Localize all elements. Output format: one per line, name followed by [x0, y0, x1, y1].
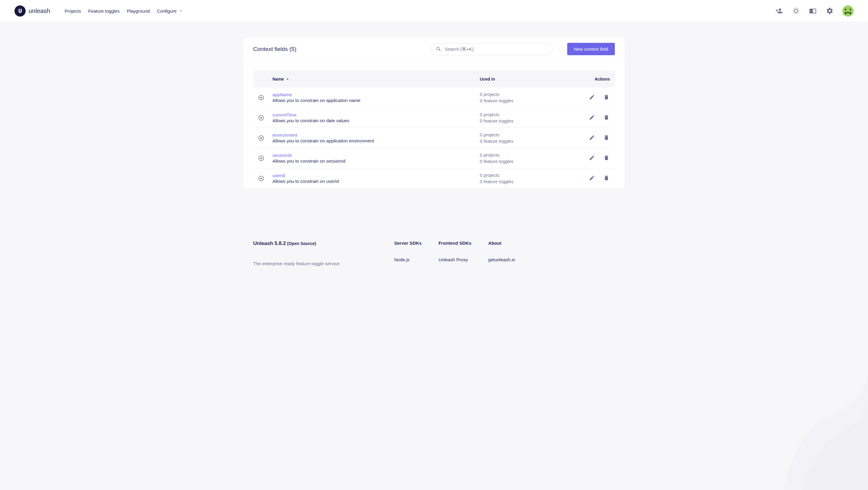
table-row: sessionId Allows you to constrain on ses… — [253, 148, 615, 168]
svg-point-7 — [260, 96, 262, 98]
delete-button[interactable] — [603, 154, 610, 162]
logo-text: unleash — [29, 7, 50, 15]
used-projects: 0 projects — [480, 172, 570, 178]
radio-icon — [258, 155, 264, 162]
row-name-cell: currentTime Allows you to constrain on d… — [273, 112, 480, 123]
nav-projects[interactable]: Projects — [64, 6, 81, 16]
logo-mark — [14, 5, 26, 17]
context-field-link[interactable]: environment — [273, 133, 480, 138]
avatar-icon — [842, 5, 854, 17]
trash-icon — [603, 114, 610, 120]
delete-button[interactable] — [603, 94, 610, 101]
unleash-logo-icon — [17, 8, 23, 14]
pencil-icon — [589, 175, 595, 181]
edit-button[interactable] — [588, 114, 595, 121]
used-toggles: 0 feature toggles — [480, 158, 570, 165]
invite-user-button[interactable] — [775, 7, 783, 15]
used-projects: 0 projects — [480, 111, 570, 118]
nav-configure-label: Configure — [157, 8, 177, 13]
pencil-icon — [589, 114, 595, 120]
gear-icon — [826, 7, 833, 15]
edit-button[interactable] — [588, 154, 595, 162]
table-row: userId Allows you to constrain on userId… — [253, 168, 615, 189]
used-projects: 0 projects — [480, 152, 570, 158]
radio-icon — [258, 115, 264, 121]
footer-link-unleash-proxy[interactable]: Unleash Proxy — [438, 257, 471, 262]
card-header: Context fields (5) New context field — [244, 38, 624, 61]
row-status-icon — [258, 115, 273, 121]
svg-rect-0 — [842, 5, 854, 17]
delete-button[interactable] — [603, 134, 610, 142]
logo[interactable]: unleash — [14, 5, 50, 17]
row-actions — [570, 94, 610, 101]
delete-button[interactable] — [603, 114, 610, 121]
table-row: appName Allows you to constrain on appli… — [253, 87, 615, 108]
used-toggles: 0 feature toggles — [480, 178, 570, 185]
page-title: Context fields (5) — [253, 46, 297, 53]
edit-button[interactable] — [588, 94, 595, 101]
trash-icon — [603, 175, 610, 181]
row-used-in-cell: 0 projects 0 feature toggles — [480, 111, 570, 124]
delete-button[interactable] — [603, 175, 610, 182]
row-name-cell: sessionId Allows you to constrain on ses… — [273, 153, 480, 164]
radio-icon — [258, 135, 264, 141]
user-avatar[interactable] — [842, 5, 854, 17]
svg-rect-5 — [850, 13, 851, 15]
footer: Unleash 5.8.2 (Open Source) The enterpri… — [244, 222, 624, 266]
edit-button[interactable] — [588, 175, 595, 182]
trash-icon — [603, 135, 610, 141]
chevron-down-icon — [179, 8, 183, 13]
context-fields-card: Context fields (5) New context field Nam… — [244, 38, 624, 189]
footer-col-title: About — [488, 240, 515, 246]
row-name-cell: userId Allows you to constrain on userId — [273, 173, 480, 184]
context-field-description: Allows you to constrain on sessionId — [273, 158, 480, 164]
page-content: Context fields (5) New context field Nam… — [244, 38, 624, 207]
used-projects: 0 projects — [480, 91, 570, 97]
context-field-link[interactable]: currentTime — [273, 112, 480, 117]
context-field-link[interactable]: appName — [273, 92, 480, 97]
radio-icon — [258, 94, 264, 101]
edit-button[interactable] — [588, 134, 595, 142]
radio-icon — [258, 175, 264, 182]
footer-col-title: Frontend SDKs — [438, 240, 471, 246]
nav-configure[interactable]: Configure — [157, 6, 183, 16]
context-field-link[interactable]: userId — [273, 173, 480, 178]
table-header: Name Used in Actions — [253, 70, 615, 87]
row-used-in-cell: 0 projects 0 feature toggles — [480, 91, 570, 104]
svg-rect-2 — [849, 9, 851, 10]
footer-columns: Server SDKs Node.js Frontend SDKs Unleas… — [394, 240, 515, 266]
footer-edition: (Open Source) — [287, 241, 316, 246]
main-nav: Projects Feature toggles Playground Conf… — [64, 6, 183, 16]
footer-tagline: The enterprise ready feature toggle serv… — [253, 261, 394, 266]
pencil-icon — [589, 94, 595, 100]
footer-col-about: About getunleash.io — [488, 240, 515, 266]
footer-link-getunleash[interactable]: getunleash.io — [488, 257, 515, 262]
context-field-description: Allows you to constrain on application n… — [273, 98, 480, 103]
row-name-cell: environment Allows you to constrain on a… — [273, 133, 480, 143]
settings-button[interactable] — [826, 7, 834, 15]
row-status-icon — [258, 94, 273, 101]
theme-toggle-button[interactable] — [792, 7, 800, 15]
nav-playground[interactable]: Playground — [127, 6, 150, 16]
row-used-in-cell: 0 projects 0 feature toggles — [480, 132, 570, 144]
svg-point-9 — [260, 117, 262, 118]
nav-feature-toggles[interactable]: Feature toggles — [88, 6, 120, 16]
context-field-link[interactable]: sessionId — [273, 153, 480, 158]
column-name-label: Name — [273, 77, 284, 82]
new-context-field-button[interactable]: New context field — [567, 43, 615, 55]
trash-icon — [603, 94, 610, 100]
search-input[interactable] — [431, 43, 553, 55]
svg-point-13 — [260, 157, 262, 159]
column-name-sort[interactable]: Name — [273, 77, 480, 82]
used-toggles: 0 feature toggles — [480, 118, 570, 124]
row-status-icon — [258, 175, 273, 182]
context-fields-table: Name Used in Actions appName Allows you … — [244, 61, 624, 189]
footer-product: Unleash 5.8.2 — [253, 240, 286, 246]
svg-rect-4 — [845, 13, 846, 15]
used-toggles: 0 feature toggles — [480, 97, 570, 104]
table-row: currentTime Allows you to constrain on d… — [253, 108, 615, 128]
arrow-up-icon — [285, 77, 290, 82]
docs-button[interactable] — [809, 7, 817, 15]
footer-link-nodejs[interactable]: Node.js — [394, 257, 422, 262]
svg-point-11 — [260, 137, 262, 139]
